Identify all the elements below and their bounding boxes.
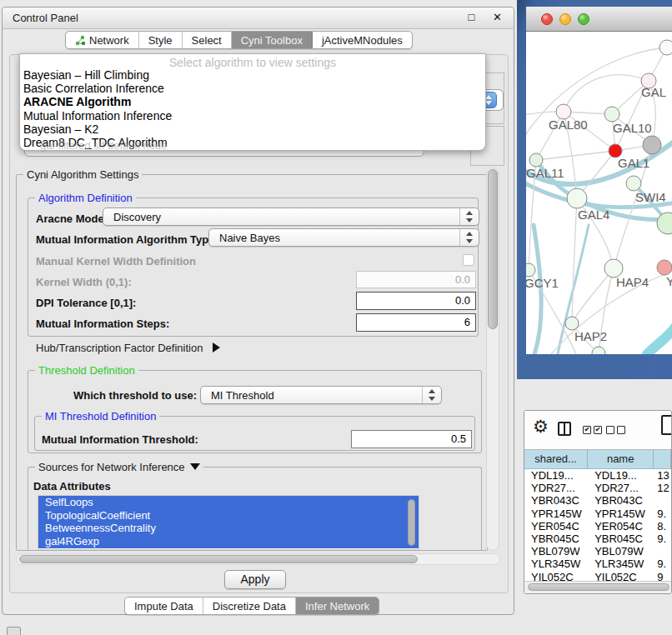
manual-kernel-width-checkbox[interactable] [463,254,474,266]
network-node[interactable] [657,212,672,234]
table-cell: YBR043C [588,494,654,507]
list-scrollbar[interactable] [408,499,415,546]
collapse-arrow-icon[interactable] [190,463,200,470]
data-attribute-item[interactable]: TopologicalCoefficient [38,509,419,522]
table-panel-header: Table Panel [517,377,672,408]
algorithm-option[interactable]: Bayesian – K2 [20,122,485,136]
table-cell: YDL19... [524,469,588,482]
table-horizontal-scrollbar[interactable] [524,581,671,593]
network-edge[interactable] [564,75,649,112]
network-node-swi4[interactable] [626,176,641,191]
table-scrollbar-thumb[interactable] [528,583,669,591]
data-attribute-item[interactable]: gal4RGexp [38,535,419,548]
algorithm-option[interactable]: Basic Correlation Inference [20,82,485,95]
close-traffic-light-icon[interactable] [541,13,553,25]
table-cell: 9. [654,558,671,570]
network-node[interactable] [659,40,672,55]
table-row[interactable]: YDR27...YDR27...12 [524,482,671,494]
network-node[interactable] [592,347,605,354]
combobox-spinner[interactable] [459,229,479,246]
settings-vertical-scrollbar-thumb[interactable] [488,169,498,329]
hub-definition-toggle[interactable]: Hub/Transcription Factor Definition [36,342,220,354]
mi-algorithm-type-value: Naive Bayes [209,232,459,244]
table-cell: YBL079W [524,545,588,558]
tab-cyni-toolbox[interactable]: Cyni Toolbox [232,32,313,48]
network-node-gal4[interactable] [567,188,587,208]
mi-algorithm-type-combobox[interactable]: Naive Bayes [208,228,479,247]
network-icon [75,34,89,47]
table-row[interactable]: YBR043CYBR043C [524,494,671,507]
node-label: GAL1 [618,156,649,170]
column-header-name[interactable]: name [588,450,654,468]
table-row[interactable]: YBL079WYBL079W [524,545,671,558]
mi-steps-input[interactable]: 6 [356,313,476,332]
network-node-hap2[interactable] [565,317,579,330]
tab-infer-network[interactable]: Infer Network [296,598,379,614]
control-panel-titlebar[interactable]: Control Panel □ ✕ [3,8,514,29]
algorithm-option[interactable]: Mutual Information Inference [20,109,485,122]
sources-group-title[interactable]: Sources for Network Inference [35,461,203,473]
table-row[interactable]: YER054CYER054C8. [524,520,671,532]
minimize-traffic-light-icon[interactable] [559,13,571,25]
network-node-gal10[interactable] [604,107,619,122]
select-all-icon[interactable]: ✔✔ [583,426,602,434]
expand-arrow-icon[interactable] [213,342,220,352]
tab-network[interactable]: Network [66,32,139,48]
data-attribute-item[interactable]: BetweennessCentrality [38,522,419,535]
table-cell: YBR043C [524,494,588,507]
float-window-icon[interactable]: □ [469,11,480,23]
tab-impute-data[interactable]: Impute Data [125,598,203,614]
table-cell: YDR27... [588,482,654,494]
new-table-icon[interactable] [661,415,672,435]
dpi-tolerance-input[interactable]: 0.0 [356,292,476,310]
close-window-icon[interactable]: ✕ [493,11,507,23]
columns-icon[interactable] [558,422,571,436]
apply-button[interactable]: Apply [224,570,286,589]
aracne-mode-label: Aracne Mode: [36,212,108,225]
table-row[interactable]: YBR045CYBR045C9. [524,532,671,545]
table-panel: ⚙ ✔✔ shared...name YDL19...YDL19...13YDR… [524,410,672,594]
table-cell: YIL052C [524,571,588,582]
zoom-traffic-light-icon[interactable] [578,13,589,25]
combobox-spinner[interactable] [422,387,441,403]
network-node[interactable] [643,136,661,154]
table-cell [654,494,671,507]
kernel-width-input[interactable]: 0.0 [356,271,476,288]
algorithm-option[interactable]: ARACNE Algorithm [20,95,485,108]
combobox-spinner[interactable] [459,208,479,225]
mi-threshold-input[interactable]: 0.5 [351,430,472,448]
tab-select[interactable]: Select [183,32,232,48]
which-threshold-combobox[interactable]: MI Threshold [200,386,442,404]
minimized-panel-chip[interactable] [7,627,21,635]
network-node-gcy1[interactable] [526,263,535,277]
tab-jactivemnodules[interactable]: jActiveMNodules [313,32,412,48]
network-canvas[interactable]: GALGAL80GAL10GAL1GAL11SWI4GAL4GCY1HAP4YH… [526,32,672,354]
algorithm-option[interactable]: Bayesian – Hill Climbing [20,68,485,82]
table-row[interactable]: YPR145WYPR145W9. [524,508,671,520]
network-edge[interactable] [572,198,577,323]
dropdown-placeholder: Select algorithm to view settings [20,54,485,68]
network-edge[interactable] [536,151,615,160]
table-row[interactable]: YLR345WYLR345W9. [524,558,671,570]
aracne-mode-combobox[interactable]: Discovery [103,208,479,226]
table-toolbar: ⚙ ✔✔ [524,411,671,449]
node-table[interactable]: shared...name YDL19...YDL19...13YDR27...… [524,449,671,582]
column-header-shared...[interactable]: shared... [524,450,588,468]
network-window-titlebar[interactable] [526,7,672,32]
network-edge[interactable] [647,323,672,354]
tab-style[interactable]: Style [139,32,183,48]
data-attributes-list[interactable]: SelfLoopsTopologicalCoefficientBetweenne… [38,495,419,550]
table-row[interactable]: YDL19...YDL19...13 [524,469,671,482]
data-attribute-item[interactable]: SelfLoops [38,496,419,509]
tab-discretize-data[interactable]: Discretize Data [203,598,296,614]
network-node-gal11[interactable] [529,153,543,167]
settings-horizontal-scrollbar-thumb[interactable] [19,555,418,563]
column-header-partial[interactable] [654,450,671,468]
which-threshold-value: MI Threshold [201,389,422,402]
mi-algorithm-type-label: Mutual Information Algorithm Type: [36,233,218,246]
gear-icon[interactable]: ⚙ [533,417,549,437]
table-cell [654,545,671,558]
network-node-y[interactable] [657,260,672,275]
table-row[interactable]: YIL052CYIL052C9 [524,571,671,582]
deselect-all-icon[interactable] [606,426,625,434]
